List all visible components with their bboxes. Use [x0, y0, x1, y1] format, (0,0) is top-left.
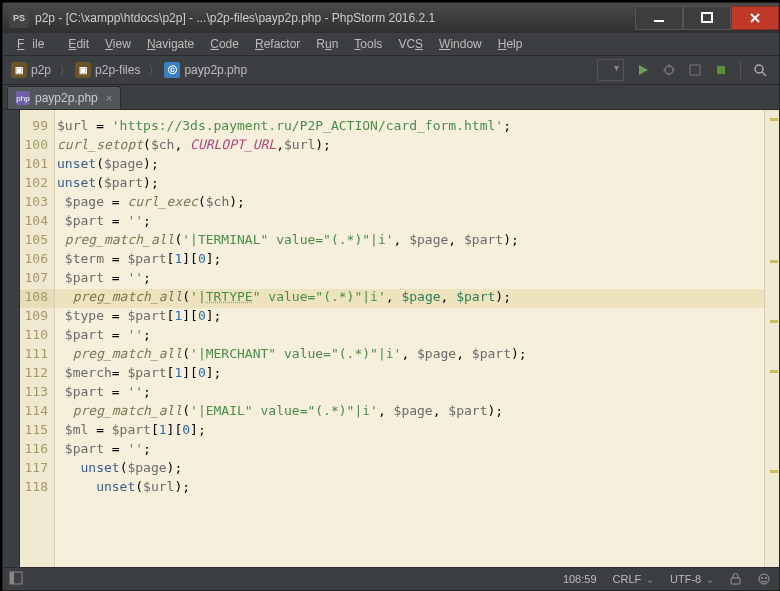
minimize-button[interactable]: [635, 6, 683, 30]
inspections-icon[interactable]: [749, 572, 779, 586]
app-window: PS p2p - [C:\xampp\htdocs\p2p] - ...\p2p…: [2, 2, 780, 591]
menu-vcs[interactable]: VCS: [390, 35, 431, 53]
svg-rect-8: [731, 578, 740, 584]
search-button[interactable]: [749, 59, 771, 81]
breadcrumb-label: p2p-files: [95, 63, 140, 77]
code-area[interactable]: $url = 'https://3ds.payment.ru/P2P_ACTIO…: [55, 110, 764, 567]
svg-rect-7: [10, 572, 14, 584]
svg-rect-0: [654, 20, 664, 22]
svg-point-2: [665, 66, 673, 74]
menu-edit[interactable]: Edit: [60, 35, 97, 53]
folder-icon: ▣: [75, 62, 91, 78]
run-config-selector[interactable]: [597, 59, 624, 81]
menu-refactor[interactable]: Refactor: [247, 35, 308, 53]
run-button[interactable]: [632, 59, 654, 81]
tab-label: payp2p.php: [35, 91, 98, 105]
debug-button[interactable]: [658, 59, 680, 81]
menu-view[interactable]: View: [97, 35, 139, 53]
svg-rect-3: [690, 65, 700, 75]
left-tool-gutter[interactable]: [3, 110, 20, 567]
editor-tabs: php payp2p.php ×: [3, 85, 779, 110]
breadcrumb-p2p[interactable]: ▣ p2p: [9, 62, 57, 78]
menu-file[interactable]: File: [9, 35, 60, 53]
menu-navigate[interactable]: Navigate: [139, 35, 202, 53]
breadcrumb-p2p-files[interactable]: ▣ p2p-files: [73, 62, 146, 78]
readonly-toggle[interactable]: [722, 573, 749, 585]
svg-rect-1: [702, 13, 712, 22]
php-file-icon: ⓒ: [164, 62, 180, 78]
coverage-button[interactable]: [684, 59, 706, 81]
file-encoding[interactable]: UTF-8: [662, 573, 722, 585]
caret-position[interactable]: 108:59: [555, 573, 605, 585]
menu-code[interactable]: Code: [202, 35, 247, 53]
svg-point-11: [765, 577, 767, 579]
tool-windows-icon[interactable]: [9, 571, 23, 587]
app-icon: PS: [9, 8, 29, 28]
breadcrumb-file[interactable]: ⓒ payp2p.php: [162, 62, 253, 78]
menu-bar: File Edit View Navigate Code Refactor Ru…: [3, 33, 779, 56]
menu-window[interactable]: Window: [431, 35, 490, 53]
svg-point-10: [761, 577, 763, 579]
stop-button[interactable]: [710, 59, 732, 81]
php-icon: php: [16, 91, 30, 105]
svg-rect-4: [717, 66, 725, 74]
editor: 9910010110210310410510610710810911011111…: [3, 110, 779, 567]
window-title: p2p - [C:\xampp\htdocs\p2p] - ...\p2p-fi…: [35, 11, 635, 25]
tab-payp2p[interactable]: php payp2p.php ×: [7, 86, 121, 109]
status-bar: 108:59 CRLF UTF-8: [3, 567, 779, 590]
tab-close-icon[interactable]: ×: [106, 92, 112, 104]
menu-help[interactable]: Help: [490, 35, 531, 53]
titlebar[interactable]: PS p2p - [C:\xampp\htdocs\p2p] - ...\p2p…: [3, 3, 779, 33]
marker-bar[interactable]: [764, 110, 779, 567]
menu-run[interactable]: Run: [308, 35, 346, 53]
breadcrumb-label: p2p: [31, 63, 51, 77]
close-button[interactable]: [731, 6, 779, 30]
breadcrumb-bar: ▣ p2p 〉 ▣ p2p-files 〉 ⓒ payp2p.php: [3, 56, 779, 85]
menu-tools[interactable]: Tools: [346, 35, 390, 53]
folder-icon: ▣: [11, 62, 27, 78]
maximize-button[interactable]: [683, 6, 731, 30]
line-number-gutter[interactable]: 9910010110210310410510610710810911011111…: [20, 110, 55, 567]
svg-point-5: [755, 65, 763, 73]
chevron-right-icon: 〉: [59, 62, 71, 79]
breadcrumb-label: payp2p.php: [184, 63, 247, 77]
chevron-right-icon: 〉: [148, 62, 160, 79]
line-separator[interactable]: CRLF: [605, 573, 663, 585]
